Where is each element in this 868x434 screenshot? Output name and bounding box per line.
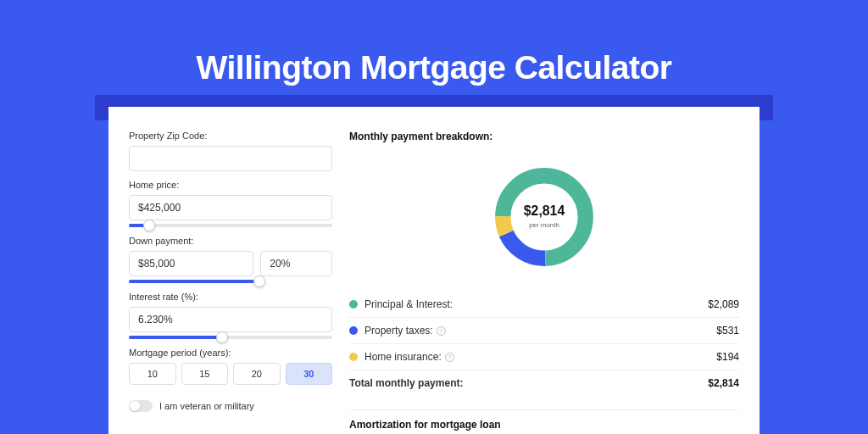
down-payment-input[interactable] [129, 251, 253, 276]
down-payment-slider-fill [129, 280, 259, 283]
donut-center-sub: per month [529, 221, 559, 229]
period-option-20[interactable]: 20 [233, 363, 281, 385]
interest-slider[interactable] [129, 336, 332, 339]
breakdown-list: Principal & Interest: $2,089 Property ta… [349, 292, 739, 396]
calculator-card: Property Zip Code: Home price: Down paym… [108, 107, 760, 434]
breakdown-heading: Monthly payment breakdown: [349, 131, 739, 142]
period-option-10[interactable]: 10 [129, 363, 176, 385]
period-label: Mortgage period (years): [129, 348, 332, 358]
zip-field-block: Property Zip Code: [129, 131, 332, 171]
down-payment-label: Down payment: [129, 236, 332, 246]
breakdown-total-value: $2,814 [708, 377, 739, 389]
legend-dot-blue [349, 326, 358, 335]
zip-input[interactable] [129, 146, 332, 171]
donut-svg: $2,814 per month [490, 163, 598, 271]
breakdown-value-insurance: $194 [716, 351, 739, 363]
breakdown-row-total: Total monthly payment: $2,814 [349, 370, 739, 396]
breakdown-total-label: Total monthly payment: [349, 377, 708, 389]
down-payment-slider[interactable] [129, 280, 259, 283]
breakdown-label-taxes: Property taxes: ? [364, 325, 716, 337]
home-price-block: Home price: [129, 180, 332, 227]
breakdown-row-insurance: Home insurance: ? $194 [349, 343, 739, 370]
veteran-toggle-row: I am veteran or military [129, 400, 332, 412]
home-price-slider-thumb[interactable] [143, 220, 155, 231]
zip-label: Property Zip Code: [129, 131, 332, 141]
amortization-heading: Amortization for mortgage loan [349, 419, 739, 431]
down-payment-pct-input[interactable] [260, 251, 332, 276]
breakdown-label-insurance-text: Home insurance: [364, 351, 442, 363]
period-block: Mortgage period (years): 10 15 20 30 [129, 348, 332, 385]
interest-input[interactable] [129, 307, 332, 332]
veteran-toggle[interactable] [129, 400, 153, 412]
interest-slider-fill [129, 336, 222, 339]
donut-chart: $2,814 per month [349, 156, 739, 281]
interest-label: Interest rate (%): [129, 292, 332, 302]
veteran-toggle-label: I am veteran or military [159, 401, 254, 411]
breakdown-label-insurance: Home insurance: ? [364, 351, 716, 363]
interest-block: Interest rate (%): [129, 292, 332, 339]
breakdown-column: Monthly payment breakdown: $2,814 per mo… [349, 131, 739, 434]
down-payment-block: Down payment: [129, 236, 332, 283]
info-icon[interactable]: ? [437, 326, 446, 336]
legend-dot-green [349, 300, 358, 309]
inputs-column: Property Zip Code: Home price: Down paym… [129, 131, 332, 434]
home-price-label: Home price: [129, 180, 332, 190]
breakdown-value-taxes: $531 [716, 325, 739, 337]
period-options: 10 15 20 30 [129, 363, 332, 385]
home-price-input[interactable] [129, 195, 332, 220]
info-icon[interactable]: ? [445, 353, 454, 362]
breakdown-value-principal: $2,089 [708, 298, 739, 310]
amortization-section: Amortization for mortgage loan Amortizat… [349, 409, 739, 434]
breakdown-label-principal: Principal & Interest: [364, 298, 708, 310]
interest-slider-thumb[interactable] [216, 331, 228, 343]
period-option-15[interactable]: 15 [181, 363, 229, 385]
down-payment-slider-thumb[interactable] [253, 275, 265, 287]
legend-dot-yellow [349, 353, 358, 361]
veteran-toggle-knob [130, 401, 140, 411]
donut-center-value: $2,814 [524, 203, 565, 218]
period-option-30[interactable]: 30 [286, 363, 333, 385]
home-price-slider[interactable] [129, 224, 332, 227]
breakdown-row-taxes: Property taxes: ? $531 [349, 317, 739, 343]
breakdown-label-taxes-text: Property taxes: [364, 325, 433, 337]
breakdown-row-principal: Principal & Interest: $2,089 [349, 292, 739, 317]
page-title: Willington Mortgage Calculator [0, 0, 868, 86]
